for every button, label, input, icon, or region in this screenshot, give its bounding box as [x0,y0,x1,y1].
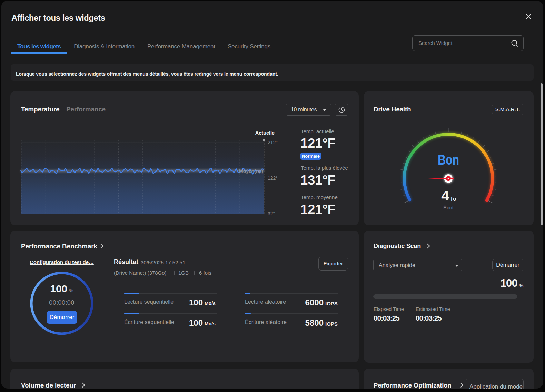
svg-text:Actuelle: Actuelle [255,130,275,136]
svg-text:Moyen(ne): Moyen(ne) [239,168,263,174]
svg-text:122°: 122° [268,175,278,181]
svg-text:4: 4 [441,188,449,204]
svg-text:212°: 212° [268,140,278,145]
svg-text:Écrit: Écrit [443,205,454,210]
svg-text:To: To [450,196,457,202]
svg-text:Bon: Bon [438,152,459,168]
svg-text:32°: 32° [268,211,275,216]
